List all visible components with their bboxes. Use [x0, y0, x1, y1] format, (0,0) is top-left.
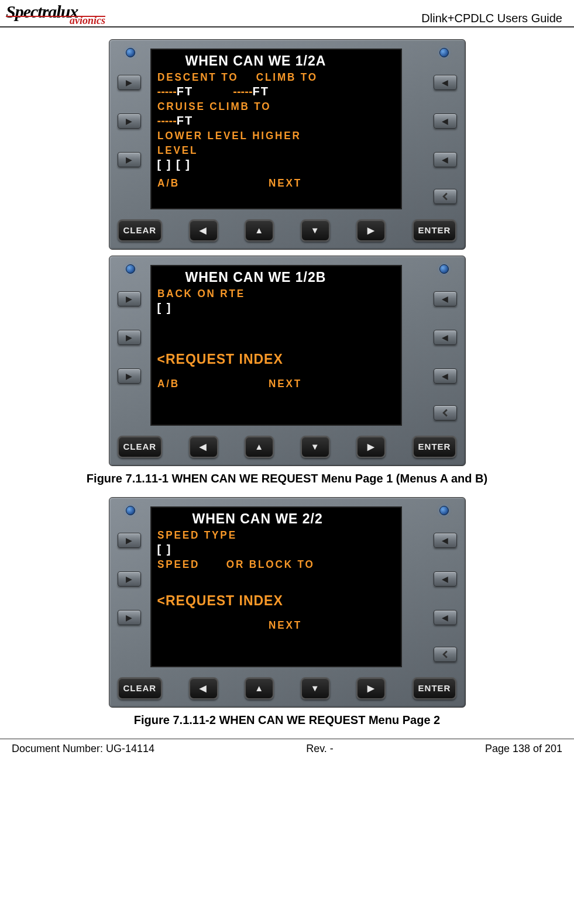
- arrow-left-button[interactable]: ◀: [189, 219, 218, 242]
- footer-doc-number: Document Number: UG-14114: [12, 743, 154, 755]
- arrow-up-button[interactable]: ▲: [245, 219, 274, 242]
- arrow-down-button[interactable]: ▼: [301, 436, 330, 458]
- rsk-3[interactable]: ◀: [434, 152, 457, 167]
- display-screen: WHEN CAN WE 1/2B BACK ON RTE [ ] <REQUES…: [150, 265, 402, 426]
- indicator-light-icon: [439, 48, 449, 57]
- row-label: SPEED OR BLOCK TO: [157, 558, 383, 571]
- rsk-1[interactable]: ◀: [434, 533, 457, 548]
- bottom-button-bar: CLEAR ◀ ▲ ▼ ▶ ENTER: [118, 675, 457, 701]
- lsk-1[interactable]: ▶: [118, 291, 141, 306]
- figure-caption-1: Figure 7.1.11-1 WHEN CAN WE REQUEST Menu…: [0, 472, 574, 485]
- row-value: [ ]: [157, 301, 395, 315]
- nav-back-button[interactable]: [434, 647, 457, 662]
- rsk-1[interactable]: ◀: [434, 291, 457, 306]
- document-title: Dlink+CPDLC Users Guide: [421, 12, 562, 25]
- screen-title: WHEN CAN WE 2/2: [157, 511, 395, 527]
- row-value: [ ] [ ]: [157, 158, 395, 171]
- clear-button[interactable]: CLEAR: [118, 677, 163, 699]
- lsk-2[interactable]: ▶: [118, 113, 141, 129]
- enter-button[interactable]: ENTER: [413, 219, 457, 242]
- indicator-light-icon: [126, 264, 135, 274]
- row-label: LOWER LEVEL HIGHER: [157, 130, 383, 142]
- nav-back-button[interactable]: [434, 189, 457, 204]
- indicator-light-icon: [439, 264, 449, 274]
- clear-button[interactable]: CLEAR: [118, 436, 163, 458]
- page-footer: Document Number: UG-14114 Rev. - Page 13…: [0, 739, 574, 758]
- rsk-1[interactable]: ◀: [434, 75, 457, 90]
- lsk-2[interactable]: ▶: [118, 571, 141, 587]
- cdu-device-2: ▶ ▶ ▶ ◀ ◀ ◀ WHEN CAN WE 2/2 SPEED TYPE […: [109, 497, 466, 708]
- display-screen: WHEN CAN WE 1/2A DESCENT TO CLIMB TO ---…: [150, 49, 402, 209]
- arrow-up-button[interactable]: ▲: [245, 677, 274, 699]
- row-label: LEVEL: [157, 144, 383, 157]
- arrow-down-button[interactable]: ▼: [301, 219, 330, 242]
- cdu-device-1a: ▶ ▶ ▶ ◀ ◀ ◀ WHEN CAN WE 1/2A DESCENT TO …: [109, 39, 466, 250]
- arrow-left-button[interactable]: ◀: [189, 677, 218, 699]
- row-value: -----FT -----FT: [157, 85, 395, 98]
- footer-page-number: Page 138 of 201: [485, 743, 562, 755]
- row-label: CRUISE CLIMB TO: [157, 101, 383, 113]
- bottom-button-bar: CLEAR ◀ ▲ ▼ ▶ ENTER: [118, 217, 457, 243]
- bottom-button-bar: CLEAR ◀ ▲ ▼ ▶ ENTER: [118, 433, 457, 460]
- row-value: [ ]: [157, 543, 395, 556]
- row-label: BACK ON RTE: [157, 288, 383, 300]
- row-label: SPEED TYPE: [157, 529, 383, 542]
- request-index-link: <REQUEST INDEX: [157, 351, 395, 367]
- row-label: DESCENT TO CLIMB TO: [157, 71, 383, 84]
- row-value: -----FT: [157, 114, 395, 127]
- rsk-3[interactable]: ◀: [434, 610, 457, 625]
- arrow-right-button[interactable]: ▶: [356, 677, 386, 699]
- lsk-3[interactable]: ▶: [118, 152, 141, 167]
- page-header: Spectralux avionics Dlink+CPDLC Users Gu…: [0, 0, 574, 27]
- rsk-2[interactable]: ◀: [434, 113, 457, 129]
- footer-revision: Rev. -: [306, 743, 334, 755]
- lsk-1[interactable]: ▶: [118, 533, 141, 548]
- lsk-3[interactable]: ▶: [118, 610, 141, 625]
- footer-row: NEXT: [157, 619, 383, 632]
- clear-button[interactable]: CLEAR: [118, 219, 163, 242]
- lsk-3[interactable]: ▶: [118, 368, 141, 384]
- screen-title: WHEN CAN WE 1/2A: [157, 53, 395, 69]
- lsk-2[interactable]: ▶: [118, 330, 141, 345]
- rsk-2[interactable]: ◀: [434, 330, 457, 345]
- arrow-right-button[interactable]: ▶: [356, 219, 386, 242]
- indicator-light-icon: [439, 506, 449, 515]
- arrow-up-button[interactable]: ▲: [245, 436, 274, 458]
- figure-caption-2: Figure 7.1.11-2 WHEN CAN WE REQUEST Menu…: [0, 713, 574, 727]
- arrow-left-button[interactable]: ◀: [189, 436, 218, 458]
- lsk-1[interactable]: ▶: [118, 75, 141, 90]
- rsk-2[interactable]: ◀: [434, 571, 457, 587]
- footer-row: A/BNEXT: [157, 378, 383, 390]
- arrow-right-button[interactable]: ▶: [356, 436, 386, 458]
- logo-subtext: avionics: [6, 16, 105, 25]
- arrow-down-button[interactable]: ▼: [301, 677, 330, 699]
- rsk-3[interactable]: ◀: [434, 368, 457, 384]
- display-screen: WHEN CAN WE 2/2 SPEED TYPE [ ] SPEED OR …: [150, 506, 402, 667]
- cdu-device-1b: ▶ ▶ ▶ ◀ ◀ ◀ WHEN CAN WE 1/2B BACK ON RTE…: [109, 256, 466, 466]
- enter-button[interactable]: ENTER: [413, 436, 457, 458]
- footer-row: A/BNEXT: [157, 177, 383, 189]
- enter-button[interactable]: ENTER: [413, 677, 457, 699]
- screen-title: WHEN CAN WE 1/2B: [157, 270, 395, 285]
- indicator-light-icon: [126, 48, 135, 57]
- indicator-light-icon: [126, 506, 135, 515]
- nav-back-button[interactable]: [434, 405, 457, 420]
- content: ▶ ▶ ▶ ◀ ◀ ◀ WHEN CAN WE 1/2A DESCENT TO …: [0, 27, 574, 727]
- logo: Spectralux avionics: [6, 4, 105, 25]
- request-index-link: <REQUEST INDEX: [157, 593, 395, 609]
